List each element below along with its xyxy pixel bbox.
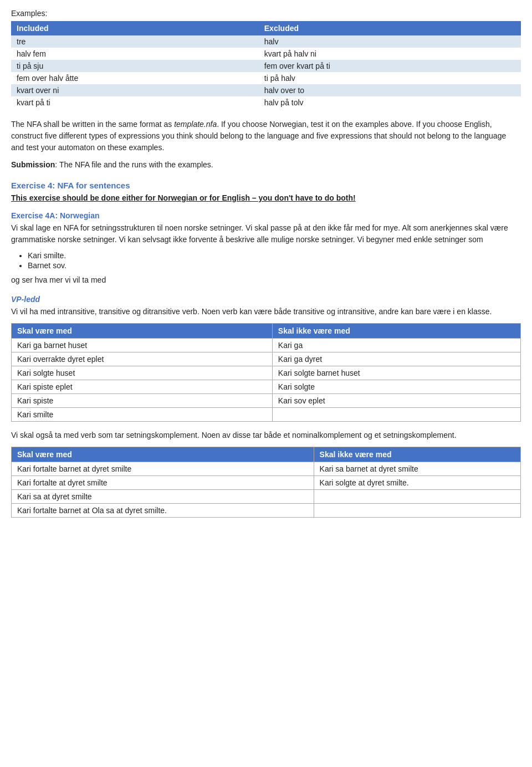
examples-table: Included Excluded trehalvhalv femkvart p… xyxy=(11,21,521,109)
submission-para: Submission: The NFA file and the runs wi… xyxy=(11,159,521,171)
bullet-list: Kari smilte.Barnet sov. xyxy=(28,251,521,270)
table-cell: Kari ga dyret xyxy=(272,352,520,366)
table-cell: Kari overrakte dyret eplet xyxy=(12,352,273,366)
table-row: Kari spisteKari sov eplet xyxy=(12,394,521,408)
list-item: Kari smilte. xyxy=(28,251,521,260)
examples-label: Examples: xyxy=(11,9,521,18)
table-cell: fem over halv åtte xyxy=(11,72,259,84)
table-cell: ti på halv xyxy=(259,72,521,84)
table-row: trehalv xyxy=(11,35,521,48)
table-cell: Kari sov eplet xyxy=(272,394,520,408)
included-header: Included xyxy=(11,21,259,35)
table2-col2-header: Skal ikke være med xyxy=(314,447,520,462)
table1-col1-header: Skal være med xyxy=(12,324,273,339)
para-verb: Vi skal også ta med verb som tar setning… xyxy=(11,429,521,441)
table-cell: Kari fortalte at dyret smilte xyxy=(12,476,314,490)
exercise4-heading: Exercise 4: NFA for sentences xyxy=(11,181,521,190)
vpledd-section: VP-ledd Vi vil ha med intransitive, tran… xyxy=(11,295,521,518)
table-row: Kari sa at dyret smilte xyxy=(12,490,521,504)
table-cell: Kari fortalte barnet at dyret smilte xyxy=(12,462,314,476)
table-row: Kari smilte xyxy=(12,408,521,422)
table-cell: ti på sju xyxy=(11,60,259,72)
table-cell: kvart på ti xyxy=(11,96,259,109)
table-cell: Kari solgte huset xyxy=(12,366,273,380)
table-cell xyxy=(314,504,520,518)
table1: Skal være med Skal ikke være med Kari ga… xyxy=(11,323,521,422)
vpledd-para: Vi vil ha med intransitive, transitive o… xyxy=(11,306,521,318)
table-cell: halv xyxy=(259,35,521,48)
nfa-para: The NFA shall be written in the same for… xyxy=(11,119,521,154)
nfa-para-text1: The NFA shall be written in the same for… xyxy=(11,120,174,129)
exercise4-underline: This exercise should be done either for … xyxy=(11,193,521,202)
submission-text: : The NFA file and the runs with the exa… xyxy=(55,160,213,169)
table-row: Kari fortalte barnet at Ola sa at dyret … xyxy=(12,504,521,518)
table-cell: halv fem xyxy=(11,48,259,60)
table-row: halv femkvart på halv ni xyxy=(11,48,521,60)
table-cell: fem over kvart på ti xyxy=(259,60,521,72)
template-nfa-italic: template.nfa xyxy=(174,120,217,129)
excluded-header: Excluded xyxy=(259,21,521,35)
vpledd-heading: VP-ledd xyxy=(11,295,521,304)
table-row: Kari fortalte barnet at dyret smilteKari… xyxy=(12,462,521,476)
table-cell: halv på tolv xyxy=(259,96,521,109)
table-row: ti på sjufem over kvart på ti xyxy=(11,60,521,72)
table2: Skal være med Skal ikke være med Kari fo… xyxy=(11,447,521,518)
table-cell: Kari fortalte barnet at Ola sa at dyret … xyxy=(12,504,314,518)
table-cell: Kari smilte xyxy=(12,408,273,422)
table-cell: Kari solgte xyxy=(272,380,520,394)
table-cell: Kari solgte at dyret smilte. xyxy=(314,476,520,490)
table-cell: kvart på halv ni xyxy=(259,48,521,60)
table2-col1-header: Skal være med xyxy=(12,447,314,462)
table-row: Kari ga barnet husetKari ga xyxy=(12,339,521,352)
table-row: Kari overrakte dyret epletKari ga dyret xyxy=(12,352,521,366)
list-item: Barnet sov. xyxy=(28,261,521,270)
exercise4a-para1: Vi skal lage en NFA for setningsstruktur… xyxy=(11,222,521,246)
table-cell: kvart over ni xyxy=(11,84,259,96)
table-row: kvart på tihalv på tolv xyxy=(11,96,521,109)
table-cell: Kari spiste xyxy=(12,394,273,408)
table-cell: Kari solgte barnet huset xyxy=(272,366,520,380)
table-cell: Kari sa at dyret smilte xyxy=(12,490,314,504)
table-cell xyxy=(314,490,520,504)
table-cell xyxy=(272,408,520,422)
table-row: Kari spiste epletKari solgte xyxy=(12,380,521,394)
table1-col2-header: Skal ikke være med xyxy=(272,324,520,339)
table-cell: Kari ga barnet huset xyxy=(12,339,273,352)
exercise4-section: Exercise 4: NFA for sentences This exerc… xyxy=(11,181,521,202)
exercise4a-para2: og ser hva mer vi vil ta med xyxy=(11,274,521,286)
table-cell: tre xyxy=(11,35,259,48)
table-cell: halv over to xyxy=(259,84,521,96)
table-cell: Kari spiste eplet xyxy=(12,380,273,394)
submission-bold: Submission xyxy=(11,160,55,169)
table-cell: Kari ga xyxy=(272,339,520,352)
table-cell: Kari sa barnet at dyret smilte xyxy=(314,462,520,476)
table-row: Kari solgte husetKari solgte barnet huse… xyxy=(12,366,521,380)
exercise4a-section: Exercise 4A: Norwegian Vi skal lage en N… xyxy=(11,211,521,286)
table-row: fem over halv åtteti på halv xyxy=(11,72,521,84)
table-row: Kari fortalte at dyret smilteKari solgte… xyxy=(12,476,521,490)
exercise4a-heading: Exercise 4A: Norwegian xyxy=(11,211,521,220)
table-row: kvart over nihalv over to xyxy=(11,84,521,96)
